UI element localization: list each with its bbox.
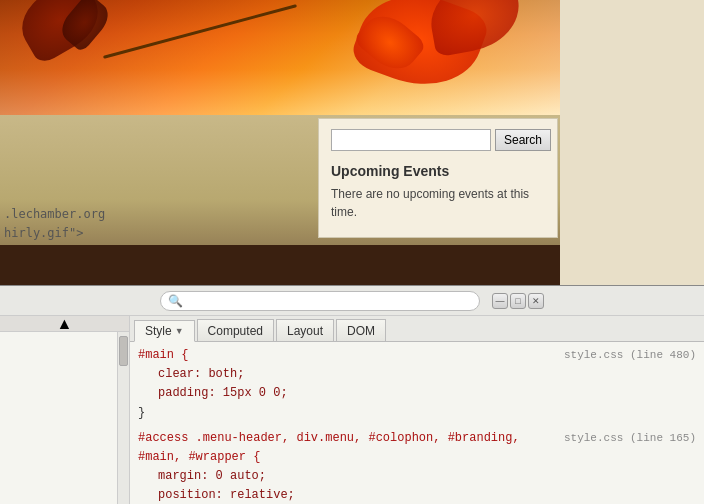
minimize-button[interactable]: — [492, 293, 508, 309]
url-line1: .lechamber.org [4, 205, 105, 224]
devtools-search-input[interactable] [160, 291, 480, 311]
footer-curve [0, 245, 560, 285]
events-title: Upcoming Events [331, 163, 545, 179]
css-block-access: #access .menu-header, div.menu, #colopho… [138, 429, 696, 504]
scrollbar-track [117, 332, 129, 504]
css-prop-position: position: relative; [138, 486, 696, 504]
search-widget: Search Upcoming Events There are no upco… [318, 118, 558, 238]
css-selector-access: #access .menu-header, div.menu, #colopho… [138, 429, 520, 448]
scrollbar-thumb[interactable] [119, 336, 128, 366]
window-controls: — □ ✕ [492, 293, 544, 309]
tab-computed[interactable]: Computed [197, 319, 274, 341]
devtools-tabs: Style ▼ Computed Layout DOM [130, 316, 704, 342]
devtools-content: Style ▼ Computed Layout DOM #main [130, 316, 704, 504]
devtools-panel: 🔍 — □ ✕ ▲ Style ▼ Computed [0, 285, 704, 504]
css-selector-main: #main { [138, 346, 188, 365]
tab-style-dropdown-icon[interactable]: ▼ [175, 326, 184, 336]
scroll-up-button[interactable]: ▲ [0, 316, 129, 332]
css-prop-padding: padding: 15px 0 0; [138, 384, 696, 403]
css-block-main: #main { style.css (line 480) clear: both… [138, 346, 696, 423]
devtools-search-wrap: 🔍 [160, 291, 480, 311]
search-input[interactable] [331, 129, 491, 151]
url-line2: hirly.gif"> [4, 224, 105, 243]
css-prop-margin: margin: 0 auto; [138, 467, 696, 486]
hero-image [0, 0, 560, 115]
tab-style[interactable]: Style ▼ [134, 320, 195, 342]
events-text: There are no upcoming events at this tim… [331, 185, 545, 221]
restore-button[interactable]: □ [510, 293, 526, 309]
devtools-toolbar: 🔍 — □ ✕ [0, 286, 704, 316]
file-ref-1: style.css (line 480) [544, 347, 696, 365]
tab-dom[interactable]: DOM [336, 319, 386, 341]
css-close-brace-1: } [138, 404, 696, 423]
css-prop-clear: clear: both; [138, 365, 696, 384]
website-preview: Search Upcoming Events There are no upco… [0, 0, 704, 285]
search-button[interactable]: Search [495, 129, 551, 151]
devtools-gutter: ▲ [0, 316, 130, 504]
close-button[interactable]: ✕ [528, 293, 544, 309]
css-selector-access2: #main, #wrapper { [138, 448, 696, 467]
bottom-left-overlay: .lechamber.org hirly.gif"> [0, 203, 109, 245]
devtools-main: ▲ Style ▼ Computed Layout DOM [0, 316, 704, 504]
css-code-area: #main { style.css (line 480) clear: both… [130, 342, 704, 504]
tab-layout[interactable]: Layout [276, 319, 334, 341]
file-ref-2: style.css (line 165) [544, 430, 696, 448]
right-sidebar [560, 0, 704, 285]
